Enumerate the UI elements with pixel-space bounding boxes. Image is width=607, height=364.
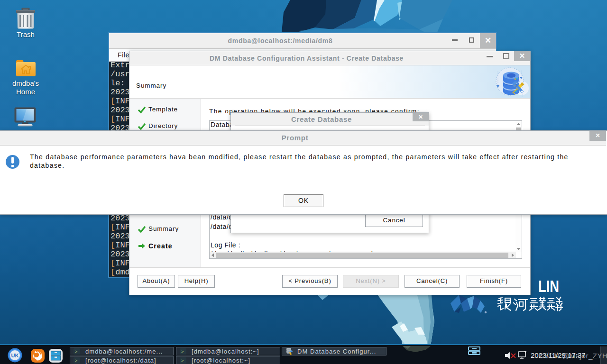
svg-text:>: > — [181, 350, 184, 355]
svg-text:>: > — [181, 359, 184, 364]
svg-text:UK: UK — [11, 353, 19, 358]
svg-text:>: > — [75, 350, 78, 355]
svg-text:>: > — [75, 359, 78, 364]
